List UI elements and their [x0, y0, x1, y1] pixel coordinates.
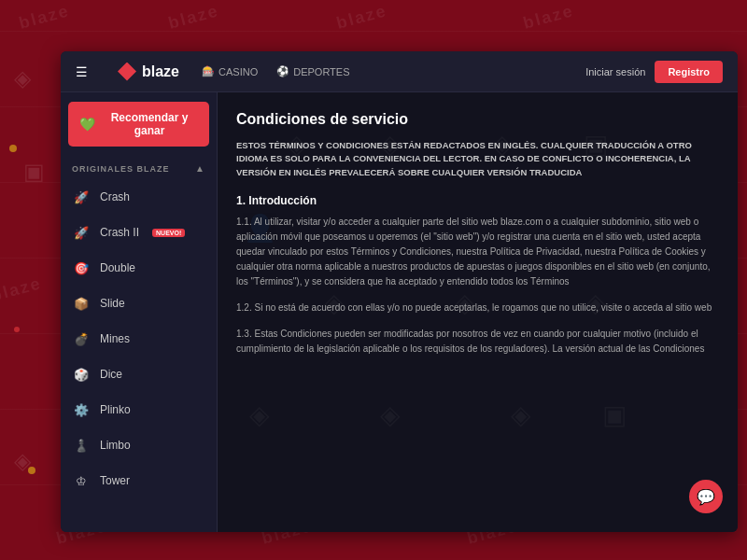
- chat-button[interactable]: 💬: [689, 480, 723, 513]
- outer-icon: ◈: [14, 65, 31, 91]
- header: ☰ blaze 🎰 CASINO ⚽ DEPORTES Iniciar sesi…: [61, 51, 738, 92]
- decorative-dot: [14, 327, 20, 332]
- section-title: ORIGINALES BLAZE ▲: [61, 156, 217, 179]
- chat-icon: 💬: [697, 488, 715, 506]
- section1-text3: 1.3. Estas Condiciones pueden ser modifi…: [236, 327, 719, 357]
- sidebar-item-dice[interactable]: 🎲 Dice: [61, 357, 217, 392]
- mines-icon: 💣: [72, 329, 91, 348]
- sidebar-item-plinko[interactable]: ⚙️ Plinko: [61, 392, 217, 427]
- sidebar-item-double[interactable]: 🎯 Double: [61, 250, 217, 286]
- crash-icon: 🚀: [72, 188, 91, 206]
- browser-frame: ☰ blaze 🎰 CASINO ⚽ DEPORTES Iniciar sesi…: [61, 51, 738, 532]
- casino-icon: 🎰: [202, 65, 215, 77]
- section1-title: 1. Introducción: [236, 194, 719, 207]
- sidebar-item-limbo[interactable]: ♟️ Limbo: [61, 427, 217, 463]
- login-button[interactable]: Iniciar sesión: [585, 66, 645, 77]
- watermark: blaze: [166, 1, 221, 34]
- crash2-icon: 🚀: [72, 223, 91, 242]
- tower-icon: ♔: [72, 471, 91, 490]
- chevron-up-icon: ▲: [195, 163, 205, 174]
- watermark: blaze: [334, 1, 389, 34]
- sidebar: 💚 Recomendar y ganar ORIGINALES BLAZE ▲ …: [61, 92, 218, 532]
- watermark: blaze: [0, 273, 44, 306]
- sidebar-item-crash2[interactable]: 🚀 Crash II NUEVO!: [61, 215, 217, 250]
- main-layout: 💚 Recomendar y ganar ORIGINALES BLAZE ▲ …: [61, 92, 738, 532]
- logo-text: blaze: [142, 63, 179, 80]
- service-title: Condiciones de servicio: [236, 111, 719, 128]
- content-area: ◈ ◈ ◈ ▣ 👤 ◈ ◈ ◈ ◈ ◈ ◈ ▣ Condiciones de s…: [218, 92, 738, 532]
- sidebar-item-crash[interactable]: 🚀 Crash: [61, 179, 217, 215]
- dice-icon: 🎲: [72, 365, 91, 384]
- sidebar-item-mines[interactable]: 💣 Mines: [61, 321, 217, 357]
- outer-icon: ▣: [23, 159, 45, 185]
- header-actions: Iniciar sesión Registro: [585, 61, 723, 83]
- service-content: Condiciones de servicio ESTOS TÉRMINOS Y…: [218, 92, 738, 532]
- plinko-icon: ⚙️: [72, 400, 91, 419]
- double-icon: 🎯: [72, 259, 91, 277]
- recommend-icon: 💚: [79, 117, 95, 132]
- service-warning: ESTOS TÉRMINOS Y CONDICIONES ESTÁN REDAC…: [236, 139, 719, 179]
- new-badge: NUEVO!: [152, 229, 185, 237]
- slide-icon: 📦: [72, 294, 91, 313]
- logo-icon: [118, 63, 136, 81]
- sidebar-item-slide[interactable]: 📦 Slide: [61, 286, 217, 321]
- nav-casino[interactable]: 🎰 CASINO: [202, 65, 258, 77]
- section1-text1: 1.1. Al utilizar, visitar y/o acceder a …: [236, 215, 719, 289]
- limbo-icon: ♟️: [72, 436, 91, 455]
- decorative-dot: [9, 145, 17, 152]
- logo: blaze: [118, 63, 179, 81]
- hamburger-button[interactable]: ☰: [76, 64, 88, 79]
- outer-icon: ◈: [14, 448, 31, 474]
- watermark: blaze: [17, 1, 72, 34]
- section1-text2: 1.2. Si no está de acuerdo con ellas y/o…: [236, 301, 719, 315]
- watermark: blaze: [521, 1, 576, 34]
- recommend-button[interactable]: 💚 Recomendar y ganar: [68, 102, 209, 147]
- sidebar-item-tower[interactable]: ♔ Tower: [61, 463, 217, 498]
- deportes-icon: ⚽: [276, 65, 289, 77]
- nav-links: 🎰 CASINO ⚽ DEPORTES: [202, 65, 563, 77]
- nav-deportes[interactable]: ⚽ DEPORTES: [276, 65, 349, 77]
- register-button[interactable]: Registro: [655, 61, 723, 83]
